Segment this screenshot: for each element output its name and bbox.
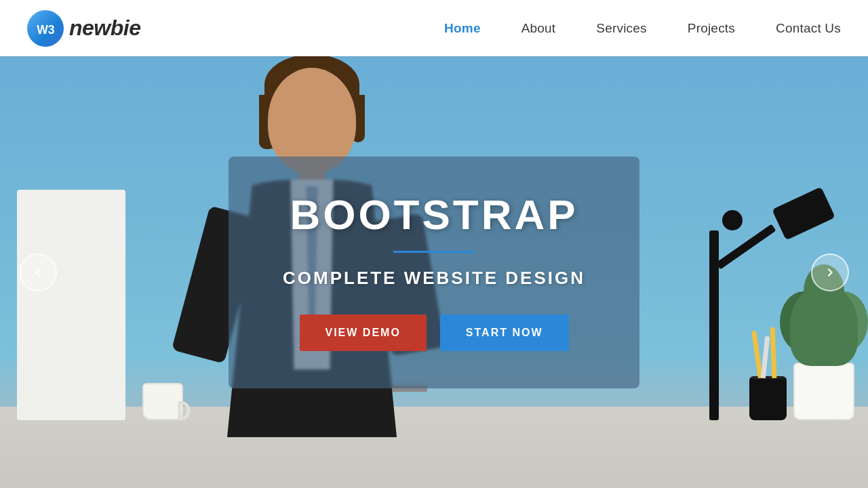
nav-links: Home About Services Projects Contact Us [444, 21, 841, 36]
desk-white-block [17, 190, 125, 420]
pencil-2 [761, 336, 770, 378]
hero-section: BOOTSTRAP COMPLETE WEBSITE DESIGN VIEW D… [0, 56, 868, 488]
lamp-pole [709, 230, 719, 420]
pencil-3 [770, 327, 777, 378]
start-now-button[interactable]: START NOW [440, 314, 569, 351]
nav-item-services[interactable]: Services [596, 21, 646, 36]
plant [793, 363, 854, 420]
lamp-joint [722, 210, 743, 230]
leaf-main [790, 285, 858, 366]
pencil-cup [749, 376, 787, 420]
logo[interactable]: W3 newbie [27, 10, 140, 47]
lamp-arm [716, 224, 776, 269]
nav-item-projects[interactable]: Projects [688, 21, 735, 36]
carousel-next-button[interactable] [811, 253, 849, 291]
nav-item-about[interactable]: About [521, 21, 556, 36]
navbar: W3 newbie Home About Services Projects C… [0, 0, 868, 56]
svg-text:W3: W3 [37, 23, 55, 37]
chevron-left-icon [30, 264, 46, 281]
logo-text: newbie [69, 16, 140, 41]
hero-buttons: VIEW DEMO START NOW [283, 314, 585, 351]
hero-overlay: BOOTSTRAP COMPLETE WEBSITE DESIGN VIEW D… [229, 157, 639, 388]
hero-title: BOOTSTRAP [283, 190, 585, 239]
chevron-right-icon [822, 264, 838, 281]
carousel-prev-button[interactable] [19, 253, 57, 291]
hero-title-divider [393, 251, 475, 253]
lamp-shade [772, 186, 835, 240]
logo-icon: W3 [27, 10, 64, 47]
view-demo-button[interactable]: VIEW DEMO [299, 314, 426, 351]
pencil-cup-body [749, 376, 787, 420]
hero-subtitle: COMPLETE WEBSITE DESIGN [283, 268, 585, 289]
nav-item-contact[interactable]: Contact Us [776, 21, 841, 36]
nav-item-home[interactable]: Home [444, 21, 481, 36]
right-objects [631, 122, 868, 488]
plant-pot [793, 363, 854, 420]
